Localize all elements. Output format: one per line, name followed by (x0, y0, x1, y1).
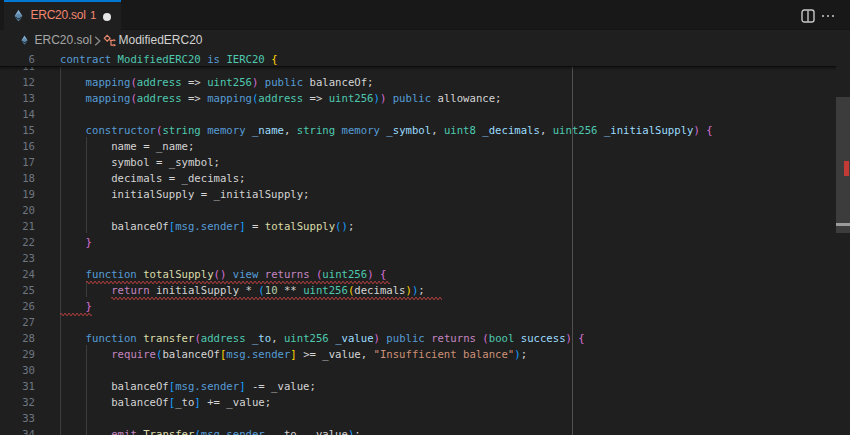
split-editor-icon[interactable] (801, 9, 815, 23)
token-parameter: _value (335, 332, 373, 345)
token-type: uint256 (322, 268, 367, 281)
token-text: decimals (354, 284, 405, 297)
breadcrumb-item-file[interactable]: ERC20.sol (35, 30, 92, 51)
token-text: initialSupply = _initialSupply; (60, 188, 309, 201)
code-line-25[interactable]: 25 return initialSupply * (10 ** uint256… (0, 281, 836, 297)
token-type: uint256 (553, 124, 598, 137)
token-keyword: public (393, 92, 431, 105)
token-text: balanceOf (60, 380, 169, 393)
breadcrumb-item-symbol[interactable]: ModifiedERC20 (119, 30, 203, 51)
code-line-15[interactable]: 15 constructor(string memory _name, stri… (0, 121, 836, 137)
token-text: => (182, 76, 208, 89)
code-line-16[interactable]: 16 name = _name; (0, 137, 836, 153)
token-keyword: is (207, 53, 220, 66)
token-type: bool (489, 332, 515, 345)
code-line-28[interactable]: 28 function transfer(address _to, uint25… (0, 329, 836, 345)
token-text (60, 428, 111, 435)
chevron-right-icon (94, 36, 101, 46)
token-parameter: _decimals (482, 124, 540, 137)
token-text: , (284, 124, 297, 137)
code-line-13[interactable]: 13 mapping(address => mapping(address =>… (0, 89, 836, 105)
token-bracket3: () (335, 220, 348, 233)
code-line-32[interactable]: 32 balanceOf[_to] += _value; (0, 393, 836, 409)
token-keyword: view (233, 268, 259, 281)
tab-erc20-sol[interactable]: ERC20.sol 1 (4, 0, 121, 30)
token-text: balanceOf (60, 396, 169, 409)
token-type: IERC20 (226, 53, 264, 66)
token-keyword: memory (207, 124, 245, 137)
token-text (60, 268, 86, 281)
line-number[interactable]: 34 (0, 427, 35, 435)
token-control: emit (111, 428, 137, 435)
token-type: address (137, 92, 182, 105)
more-actions-icon[interactable] (822, 10, 837, 22)
token-keyword: mapping (207, 92, 252, 105)
token-text (60, 348, 111, 361)
token-keyword: msg.sender (226, 348, 290, 361)
token-text: ; (348, 220, 354, 233)
token-function: totalSupply (143, 268, 213, 281)
token-function: transfer (143, 332, 194, 345)
token-type: uint256 (207, 76, 252, 89)
token-type: address (258, 92, 303, 105)
token-keyword: memory (342, 124, 380, 137)
token-text (60, 284, 111, 297)
code-line-21[interactable]: 21 balanceOf[msg.sender] = totalSupply()… (0, 217, 836, 233)
token-parameter: _initialSupply (604, 124, 694, 137)
code-line-12[interactable]: 12 mapping(address => uint256) public ba… (0, 73, 836, 89)
code-line-22[interactable]: 22 } (0, 233, 836, 249)
token-control: return (111, 284, 149, 297)
token-bracket2: { (380, 268, 386, 281)
token-text: ; (354, 428, 360, 435)
code-line-14[interactable]: 14 (0, 105, 836, 121)
overview-error-mark (844, 161, 849, 176)
token-control: require (111, 348, 156, 361)
token-text (60, 124, 86, 137)
modified-dot-icon[interactable] (103, 13, 111, 21)
code-line-19[interactable]: 19 initialSupply = _initialSupply; (0, 185, 836, 201)
token-text (60, 300, 86, 313)
code-line-17[interactable]: 17 symbol = _symbol; (0, 153, 836, 169)
code-line-29[interactable]: 29 require(balanceOf[msg.sender] >= _val… (0, 345, 836, 361)
token-text: ** (278, 284, 304, 297)
token-type: ModifiedERC20 (118, 53, 201, 66)
code-line-23[interactable]: 23 (0, 249, 836, 265)
token-bracket2: } (86, 300, 92, 313)
token-text: initialSupply * (150, 284, 259, 297)
code-line-31[interactable]: 31 balanceOf[msg.sender] -= _value; (0, 377, 836, 393)
code-line-20[interactable]: 20 (0, 201, 836, 217)
code-line-24[interactable]: 24 function totalSupply() view returns (… (0, 265, 836, 281)
token-type: uint256 (303, 284, 348, 297)
code-line-33[interactable]: 33 (0, 409, 836, 425)
sticky-scroll-line[interactable]: 6 contract ModifiedERC20 is IERC20 { (0, 50, 836, 67)
token-control: returns (265, 268, 310, 281)
token-text: , (431, 124, 444, 137)
token-keyword: msg.sender (175, 220, 239, 233)
code-editor[interactable]: 1112 mapping(address => uint256) public … (0, 50, 836, 435)
token-keyword: mapping (86, 76, 131, 89)
token-control: returns (431, 332, 476, 345)
token-keyword: function (86, 332, 137, 345)
token-text: => (182, 92, 208, 105)
code-line-27[interactable]: 27 (0, 313, 836, 329)
token-number: 10 (265, 284, 278, 297)
symbol-class-icon (103, 34, 116, 47)
token-text (60, 332, 86, 345)
code-line-30[interactable]: 30 (0, 361, 836, 377)
vscode-editor-window: ERC20.sol 1 ERC20.sol (0, 0, 850, 435)
token-text: balanceOf (60, 220, 169, 233)
token-keyword: public (265, 76, 303, 89)
tab-error-count-badge: 1 (90, 0, 96, 30)
token-text: += _value; (201, 396, 271, 409)
code-line-text: emit Transfer(msg.sender, _to, _value); (60, 427, 361, 435)
code-line-26[interactable]: 26 } (0, 297, 836, 313)
token-text: name = _name; (60, 140, 194, 153)
code-line-18[interactable]: 18 decimals = _decimals; (0, 169, 836, 185)
token-keyword: msg.sender (175, 380, 239, 393)
sticky-line-code: contract ModifiedERC20 is IERC20 { (60, 52, 278, 68)
token-text (60, 76, 86, 89)
sticky-line-number: 6 (0, 52, 35, 68)
code-line-34[interactable]: 34 emit Transfer(msg.sender, _to, _value… (0, 425, 836, 435)
token-keyword: public (386, 332, 424, 345)
token-keyword: msg.sender (201, 428, 265, 435)
